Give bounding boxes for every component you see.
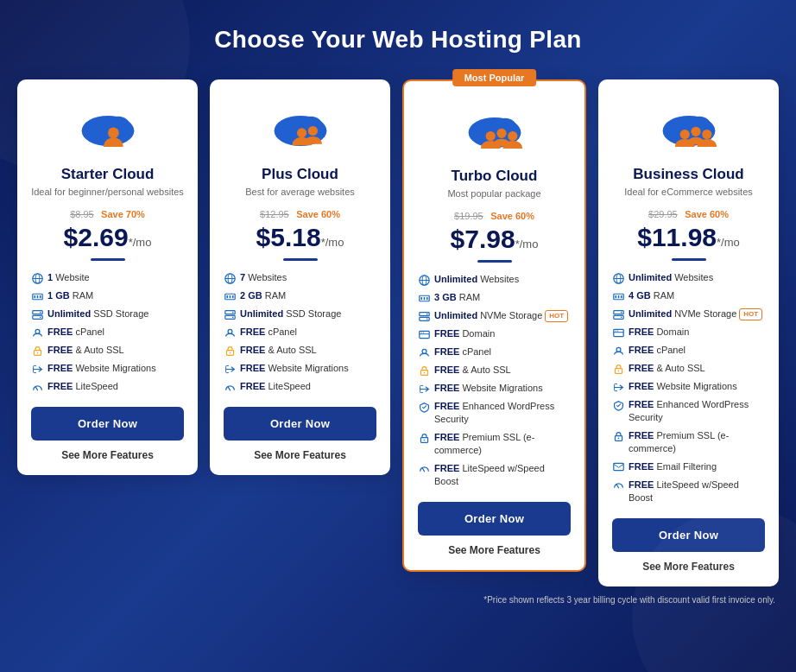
feature-text: FREE LiteSpeed w/Speed Boost [434,462,571,488]
feature-bold: FREE [240,363,268,373]
feature-item: 7 Websites [224,271,376,284]
feature-text: FREE Enhanced WordPress Security [434,400,571,426]
svg-point-56 [420,332,421,333]
feature-text: FREE & Auto SSL [629,362,705,375]
feature-bold: FREE [47,326,75,337]
feature-bold: Unlimited [434,310,480,320]
feature-icon-domain [612,326,624,339]
feature-bold: Unlimited [434,274,480,284]
page-title: Choose Your Web Hosting Plan [17,26,779,54]
svg-point-78 [620,311,622,313]
feature-text: FREE LiteSpeed [240,380,311,393]
svg-rect-80 [613,329,622,336]
price-row: $8.95 Save 70% [31,206,184,221]
feature-bold: FREE [434,401,462,411]
svg-point-34 [228,329,232,333]
feature-bold: 7 [240,272,248,282]
save-text: Save 60% [490,211,534,221]
svg-point-66 [679,129,689,138]
feature-icon-lock [612,363,624,375]
feature-icon-lock2 [418,432,430,444]
feature-item: 1 Website [31,271,184,284]
feature-icon-speed [31,381,43,393]
feature-item: FREE Domain [418,327,571,340]
main-price: $11.98 [637,223,717,251]
feature-icon-ram [31,290,43,302]
feature-item: Unlimited NVMe StorageHOT [612,307,765,320]
feature-item: FREE cPanel [224,326,376,339]
feature-item: FREE Enhanced WordPress Security [418,400,571,426]
svg-point-33 [231,316,233,318]
feature-item: FREE LiteSpeed [224,380,376,393]
svg-point-17 [36,352,38,353]
feature-text: FREE LiteSpeed [47,380,118,393]
feature-text: Unlimited SSD Storage [47,307,148,320]
feature-icon-cpanel [31,326,43,339]
feature-bold: Unlimited [47,308,93,319]
plan-card-plus: Plus Cloud Best for average websites $12… [210,79,390,475]
svg-point-22 [307,125,317,135]
save-text: Save 70% [101,209,145,219]
feature-item: 3 GB RAM [418,291,571,304]
feature-item: FREE Website Migrations [418,382,571,395]
feature-text: FREE & Auto SSL [434,364,511,377]
hot-badge: HOT [545,310,568,323]
feature-bold: 1 GB [47,290,73,301]
svg-point-40 [485,130,495,140]
main-price-row: $7.98*/mo [418,225,571,253]
feature-text: Unlimited NVMe StorageHOT [629,307,762,320]
order-now-button[interactable]: Order Now [612,518,765,552]
see-more-button[interactable]: See More Features [31,449,184,461]
plan-description: Ideal for eCommerce websites [612,187,765,197]
order-now-button[interactable]: Order Now [418,502,571,536]
footnote: *Price shown reflects 3 year billing cyc… [17,595,779,605]
svg-rect-49 [426,296,427,299]
svg-point-42 [508,130,517,140]
feature-bold: 2 GB [240,290,265,301]
see-more-button[interactable]: See More Features [224,449,376,461]
feature-bold: FREE [629,381,656,391]
feature-bold: 4 GB [629,290,654,301]
feature-item: FREE Website Migrations [612,380,765,393]
feature-bold: FREE [629,363,656,373]
feature-bold: FREE [629,326,656,337]
feature-item: FREE Website Migrations [224,362,376,375]
plan-card-starter: Starter Cloud Ideal for beginner/persona… [17,79,198,475]
plans-container: Starter Cloud Ideal for beginner/persona… [17,79,779,586]
price-suffix: */mo [717,236,740,249]
feature-text: 1 GB RAM [47,289,93,302]
main-price-row: $11.98*/mo [612,223,765,251]
order-now-button[interactable]: Order Now [224,407,376,441]
svg-point-88 [617,437,619,439]
plan-name: Plus Cloud [224,166,376,183]
feature-text: FREE Website Migrations [47,362,156,375]
feature-item: Unlimited Websites [612,271,765,284]
plan-icon-business [612,97,765,157]
feature-item: 2 GB RAM [224,289,376,302]
svg-rect-75 [620,295,622,297]
feature-text: 3 GB RAM [434,291,480,304]
feature-item: FREE Premium SSL (e-commerce) [612,429,765,455]
feature-text: Unlimited SSD Storage [240,307,341,320]
feature-icon-cpanel [612,345,624,357]
feature-item: FREE & Auto SSL [224,344,376,357]
feature-bold: FREE [434,463,462,473]
feature-bold: FREE [434,346,462,357]
svg-point-62 [423,439,425,441]
feature-text: Unlimited Websites [434,273,519,286]
feature-text: 1 Website [47,271,90,284]
order-now-button[interactable]: Order Now [31,407,184,441]
see-more-button[interactable]: See More Features [418,544,571,556]
svg-rect-27 [226,295,228,297]
svg-point-13 [39,311,41,313]
feature-bold: 1 [47,272,55,282]
feature-icon-globe [31,272,43,284]
price-row: $12.95 Save 60% [224,206,376,221]
svg-point-52 [426,313,427,314]
feature-icon-globe [612,272,624,284]
price-divider [283,258,318,261]
feature-text: FREE Website Migrations [629,380,737,393]
see-more-button[interactable]: See More Features [612,561,765,573]
feature-bold: FREE [47,381,75,391]
svg-rect-54 [419,331,428,338]
